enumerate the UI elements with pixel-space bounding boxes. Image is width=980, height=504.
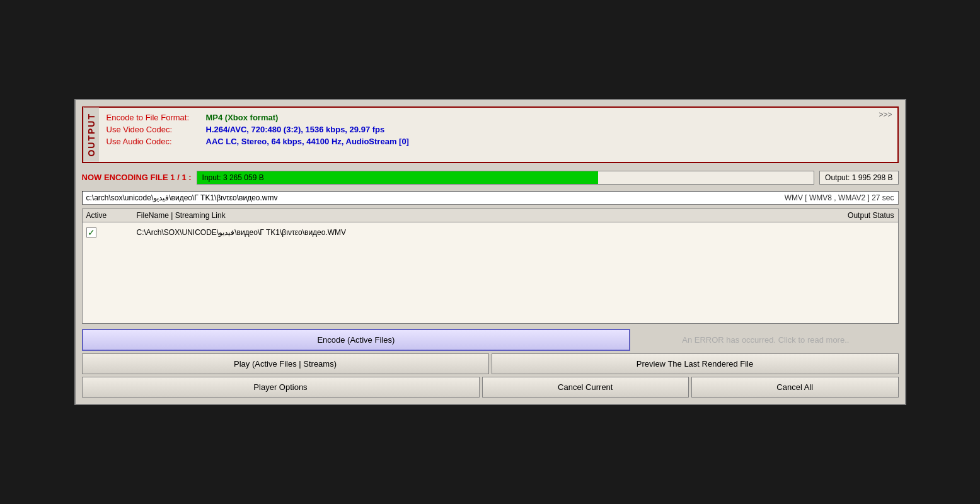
file-list-body: ✓ C:\Arch\SOX\UNICODE\فيديو\видео\Γ ΤΚ1\… xyxy=(83,222,898,323)
video-codec-label: Use Video Codec: xyxy=(107,125,201,134)
btn-row-3: Player Options Cancel Current Cancel All xyxy=(82,377,899,398)
output-row-3: Use Audio Codec: AAC LC, Stereo, 64 kbps… xyxy=(107,137,867,146)
main-window: OUTPUT Encode to File Format: MP4 (Xbox … xyxy=(74,99,906,405)
encode-format-value: MP4 (Xbox format) xyxy=(206,113,279,122)
buttons-area: Encode (Active Files) An ERROR has occur… xyxy=(82,329,899,398)
output-row-2: Use Video Codec: H.264/AVC, 720:480 (3:2… xyxy=(107,125,867,134)
file-list-container: Active FileName | Streaming Link Output … xyxy=(82,209,899,324)
progress-container: Input: 3 265 059 B xyxy=(197,171,815,185)
audio-codec-label: Use Audio Codec: xyxy=(107,137,201,146)
output-info: Encode to File Format: MP4 (Xbox format)… xyxy=(99,108,874,162)
cancel-all-button[interactable]: Cancel All xyxy=(691,377,899,398)
btn-row-1: Encode (Active Files) An ERROR has occur… xyxy=(82,329,899,351)
encoding-bar: NOW ENCODING FILE 1 / 1 : Input: 3 265 0… xyxy=(82,168,899,187)
col-status-header: Output Status xyxy=(793,211,894,220)
error-text[interactable]: An ERROR has occurred. Click to read mor… xyxy=(633,329,898,351)
table-row[interactable]: ✓ C:\Arch\SOX\UNICODE\فيديو\видео\Γ ΤΚ1\… xyxy=(85,225,896,240)
col-filename-header: FileName | Streaming Link xyxy=(137,211,793,220)
encoding-label: NOW ENCODING FILE 1 / 1 : xyxy=(82,173,192,182)
preview-button[interactable]: Preview The Last Rendered File xyxy=(492,353,899,374)
checkbox-box[interactable]: ✓ xyxy=(86,227,96,238)
encode-format-label: Encode to File Format: xyxy=(107,113,201,122)
play-button[interactable]: Play (Active Files | Streams) xyxy=(82,353,489,374)
col-active-header: Active xyxy=(86,211,137,220)
player-options-button[interactable]: Player Options xyxy=(82,377,480,398)
output-label: OUTPUT xyxy=(83,108,99,162)
file-checkbox[interactable]: ✓ xyxy=(86,227,137,238)
filepath-bar: c:\arch\sox\unicode\فيديو\видео\Γ ΤΚ1\βι… xyxy=(82,191,899,205)
progress-output-text: Output: 1 995 298 B xyxy=(819,171,898,185)
cancel-current-button[interactable]: Cancel Current xyxy=(482,377,689,398)
video-codec-value: H.264/AVC, 720:480 (3:2), 1536 kbps, 29.… xyxy=(206,125,385,134)
output-row-1: Encode to File Format: MP4 (Xbox format) xyxy=(107,113,867,122)
progress-input-text: Input: 3 265 059 B xyxy=(202,173,264,182)
file-list-header: Active FileName | Streaming Link Output … xyxy=(83,209,898,222)
audio-codec-value: AAC LC, Stereo, 64 kbps, 44100 Hz, Audio… xyxy=(206,137,409,146)
btn-row-2: Play (Active Files | Streams) Preview Th… xyxy=(82,353,899,374)
output-nav[interactable]: >>> xyxy=(873,108,897,162)
output-section: OUTPUT Encode to File Format: MP4 (Xbox … xyxy=(82,106,899,163)
filepath-text: c:\arch\sox\unicode\فيديو\видео\Γ ΤΚ1\βι… xyxy=(86,193,778,202)
filepath-meta: WMV [ WMV8 , WMAV2 ] 27 sec xyxy=(778,193,894,202)
file-path: C:\Arch\SOX\UNICODE\فيديو\видео\Γ ΤΚ1\βι… xyxy=(137,228,793,237)
encode-button[interactable]: Encode (Active Files) xyxy=(82,329,631,351)
